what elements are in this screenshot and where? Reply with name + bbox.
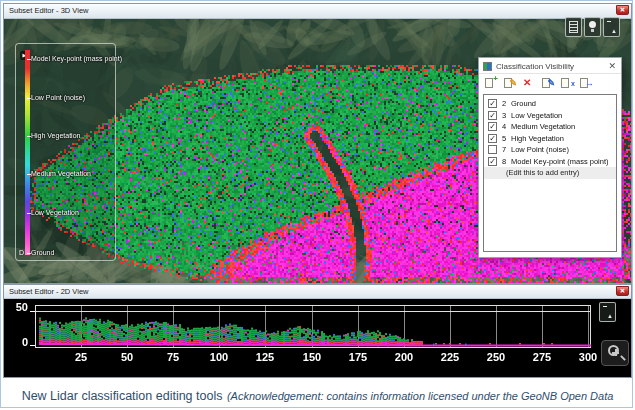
classification-row[interactable]: ✓ 4 Medium Vegetation — [484, 121, 616, 133]
2d-close-button[interactable]: ✕ — [616, 286, 629, 296]
class-label: High Vegetation — [511, 134, 564, 143]
lightbulb-icon — [589, 21, 596, 28]
class-label: Ground — [511, 99, 536, 108]
x-tick-label: 50 — [121, 351, 133, 363]
class-code: 5 — [502, 134, 509, 143]
legend-gradient-bar — [25, 50, 30, 255]
screenshot-frame: Subset Editor - 3D View ✕ ▶ Model Key-po… — [0, 0, 633, 408]
class-code: 7 — [502, 145, 509, 154]
filmstrip-icon — [569, 21, 578, 33]
x-tick-label: 225 — [441, 351, 459, 363]
2d-window-title: Subset Editor - 2D View — [9, 287, 88, 296]
edit-selected-button[interactable]: ✎ — [541, 77, 554, 90]
class-code: 4 — [502, 122, 509, 131]
close-icon: ✕ — [620, 287, 625, 294]
class-code: 8 — [502, 157, 509, 166]
add-entry-button[interactable]: + — [484, 77, 497, 90]
classification-row[interactable]: 7 Low Point (noise) — [484, 144, 616, 156]
2d-axis-labels: 50 0 25 50 75 100 125 150 175 200 225 25… — [4, 299, 631, 377]
caption-acknowledgement: (Acknowledgement: contains information l… — [227, 390, 613, 408]
legend-entry: Medium Vegetation — [31, 170, 91, 177]
y-tick-label: 50 — [6, 301, 28, 313]
dash-icon — [607, 21, 611, 22]
dialog-app-icon — [483, 62, 492, 71]
class-label: Low Vegetation — [511, 111, 562, 120]
lighting-button[interactable] — [584, 17, 601, 37]
page-icon — [485, 78, 493, 88]
display-mode-button[interactable]: ▲ — [603, 17, 620, 37]
2d-window-titlebar: Subset Editor - 2D View ✕ — [4, 285, 631, 299]
magnifier-icon — [608, 345, 619, 356]
classification-row[interactable]: ✓ 8 Model Key-point (mass point) — [484, 156, 616, 168]
checkbox[interactable]: ✓ — [488, 134, 497, 143]
triangle-icon: ▲ — [611, 28, 617, 34]
dialog-title: Classification Visibility — [496, 62, 574, 71]
x-tick-label: 150 — [303, 351, 321, 363]
triangle-icon: ▲ — [607, 313, 613, 319]
class-code: 2 — [502, 99, 509, 108]
close-icon: ✕ — [620, 6, 625, 13]
class-code: 3 — [502, 111, 509, 120]
dialog-close-button[interactable]: ✕ — [608, 61, 616, 71]
subset-editor-2d-window: Subset Editor - 2D View ✕ 50 0 25 50 75 … — [3, 284, 632, 378]
x-tick-label: 125 — [256, 351, 274, 363]
remove-entry-button[interactable]: x — [560, 77, 573, 90]
2d-display-mode-button[interactable]: ▲ — [599, 302, 616, 322]
class-label: Model Key-point (mass point) — [511, 157, 609, 166]
x-tick-label: 200 — [395, 351, 413, 363]
filmstrip-button[interactable] — [565, 17, 582, 37]
legend-entry: Low Point (noise) — [31, 94, 85, 101]
small-x-icon: x — [571, 80, 575, 87]
classification-row[interactable]: ✓ 5 High Vegetation — [484, 133, 616, 145]
legend-entry: Low Vegetation — [31, 209, 79, 216]
dialog-toolbar: + ✎ ✕ ✎ x → — [479, 74, 621, 92]
x-tick-label: 100 — [210, 351, 228, 363]
legend-entry: High Vegetation — [31, 132, 80, 139]
classification-list: ✓ 2 Ground ✓ 3 Low Vegetation ✓ 4 Medium… — [483, 94, 617, 252]
zoom-in-button[interactable] — [601, 340, 629, 366]
checkbox[interactable]: ✓ — [488, 99, 497, 108]
page-icon — [561, 78, 569, 88]
x-tick-label: 25 — [75, 351, 87, 363]
classification-visibility-dialog: Classification Visibility ✕ + ✎ ✕ ✎ — [478, 57, 622, 258]
classification-row[interactable]: ✓ 3 Low Vegetation — [484, 110, 616, 122]
edit-entry-button[interactable]: ✎ — [503, 77, 516, 90]
delete-icon: ✕ — [523, 77, 531, 88]
checkbox[interactable] — [488, 145, 497, 154]
dialog-titlebar: Classification Visibility ✕ — [479, 58, 621, 74]
figure-caption: New Lidar classification editing tools (… — [1, 378, 633, 408]
3d-window-title: Subset Editor - 3D View — [9, 6, 88, 15]
lightbulb-base — [591, 29, 594, 32]
checkbox[interactable]: ✓ — [488, 111, 497, 120]
x-tick-label: 275 — [533, 351, 551, 363]
delete-entry-button[interactable]: ✕ — [522, 77, 535, 90]
x-tick-label: 175 — [349, 351, 367, 363]
export-entries-button[interactable]: → — [579, 77, 592, 90]
x-tick-label: 75 — [167, 351, 179, 363]
legend-entry: Ground — [31, 249, 54, 256]
classification-row[interactable]: ✓ 2 Ground — [484, 98, 616, 110]
dash-icon — [603, 306, 607, 307]
plus-icon: + — [493, 74, 498, 83]
add-entry-row[interactable]: (Edit this to add entry) — [484, 167, 616, 179]
classification-legend: ▶ Model Key-point (mass point) Low Point… — [15, 43, 116, 261]
checkbox[interactable]: ✓ — [488, 122, 497, 131]
magnifier-handle — [620, 355, 626, 361]
caption-title: New Lidar classification editing tools — [22, 389, 223, 403]
x-tick-label: 250 — [487, 351, 505, 363]
arrow-icon: → — [585, 78, 594, 88]
pencil-icon: ✎ — [547, 78, 555, 88]
checkbox[interactable]: ✓ — [488, 157, 497, 166]
legend-entry: Model Key-point (mass point) — [31, 55, 122, 62]
3d-window-titlebar: Subset Editor - 3D View ✕ — [4, 4, 631, 19]
class-label: Medium Vegetation — [511, 122, 575, 131]
legend-bottom-marker: D — [19, 249, 24, 256]
subset-editor-3d-window: Subset Editor - 3D View ✕ ▶ Model Key-po… — [3, 3, 632, 284]
class-label: Low Point (noise) — [511, 145, 569, 154]
x-tick-label: 300 — [579, 351, 597, 363]
3d-close-button[interactable]: ✕ — [616, 5, 629, 15]
pencil-icon: ✎ — [509, 78, 517, 88]
y-tick-label: 0 — [6, 336, 28, 348]
